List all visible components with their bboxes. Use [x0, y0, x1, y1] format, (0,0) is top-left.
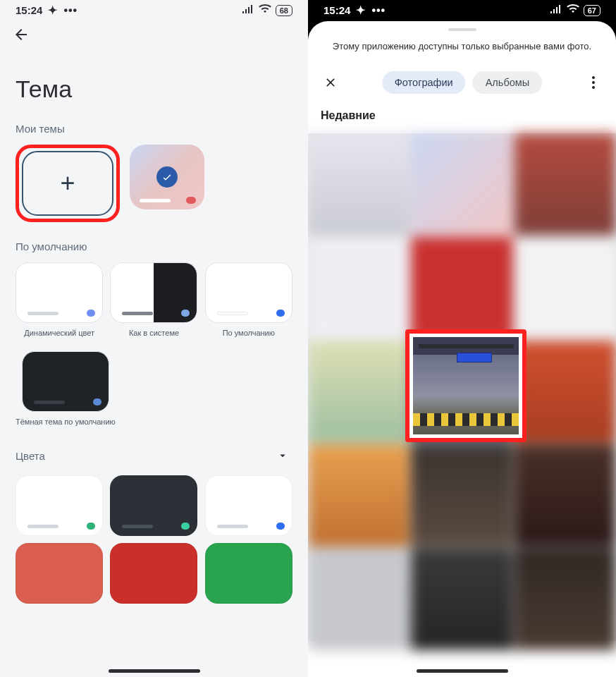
back-arrow-icon[interactable] [13, 26, 30, 43]
battery-indicator: 68 [276, 5, 292, 16]
theme-dark-default[interactable] [22, 351, 109, 412]
status-chat-icon: ✦ [356, 5, 366, 16]
svg-point-0 [592, 76, 595, 79]
section-defaults-label: По умолчанию [0, 240, 308, 262]
check-icon [156, 166, 178, 188]
photo-thumb[interactable] [411, 444, 512, 547]
photo-gallery [308, 133, 616, 641]
chevron-down-icon[interactable] [273, 446, 292, 465]
svg-point-1 [592, 81, 595, 84]
photo-thumb[interactable] [515, 548, 616, 650]
photo-thumb[interactable] [515, 237, 616, 339]
photo-thumb[interactable] [308, 341, 409, 443]
page-title: Тема [0, 47, 308, 123]
theme-strip-icon [140, 199, 171, 202]
phone-right-photo-picker: 15:24 ✦ ••• 67 Этому приложению доступны… [308, 0, 616, 677]
section-colors-label: Цвета [16, 450, 45, 462]
current-theme-card[interactable] [130, 145, 204, 209]
photo-thumb[interactable] [515, 444, 616, 547]
theme-dark-default-label: Тёмная тема по умолчанию [16, 417, 116, 426]
photo-thumb[interactable] [308, 548, 409, 650]
photo-thumb[interactable] [411, 237, 512, 339]
theme-default-label: По умолчанию [223, 329, 275, 337]
color-red[interactable] [110, 543, 197, 604]
photo-train-station [413, 337, 519, 434]
tab-albums[interactable]: Альбомы [473, 71, 542, 94]
theme-dynamic-label: Динамический цвет [24, 329, 94, 337]
photo-thumb[interactable] [308, 444, 409, 547]
plus-icon: + [60, 169, 75, 198]
theme-system[interactable] [110, 262, 197, 323]
highlight-selected-photo[interactable] [405, 329, 526, 442]
highlight-add-theme: + [16, 145, 120, 222]
photo-picker-sheet: Этому приложению доступны только выбранн… [308, 21, 616, 677]
photo-thumb[interactable] [308, 237, 409, 339]
section-my-themes-label: Мои темы [0, 123, 308, 145]
status-bar-right: 15:24 ✦ ••• 67 [308, 0, 616, 18]
theme-accent-dot [186, 197, 196, 204]
add-theme-button[interactable]: + [22, 151, 113, 216]
home-indicator[interactable] [417, 669, 508, 673]
battery-indicator: 67 [584, 5, 600, 16]
photo-thumb[interactable] [515, 133, 616, 236]
wifi-icon [259, 4, 271, 16]
status-more-icon: ••• [371, 5, 386, 16]
station-sign-icon [457, 353, 492, 362]
close-icon[interactable] [316, 68, 345, 97]
theme-default[interactable] [205, 262, 292, 323]
color-charcoal-teal[interactable] [110, 475, 197, 536]
color-white-blue[interactable] [205, 475, 292, 536]
recents-label: Недавние [308, 109, 616, 133]
status-time: 15:24 [16, 4, 42, 16]
photo-thumb[interactable] [515, 341, 616, 443]
battery-level: 68 [280, 6, 288, 15]
tab-photos[interactable]: Фотографии [382, 71, 466, 94]
color-green[interactable] [205, 543, 292, 604]
wifi-icon [567, 4, 579, 16]
status-more-icon: ••• [63, 5, 78, 16]
battery-level: 67 [588, 6, 596, 15]
photo-thumb[interactable] [308, 133, 409, 236]
sheet-grabber[interactable] [448, 28, 476, 31]
svg-point-2 [592, 86, 595, 89]
signal-icon [242, 4, 254, 16]
phone-left-theme-settings: 15:24 ✦ ••• 68 Тема Мои темы + [0, 0, 308, 677]
status-bar: 15:24 ✦ ••• 68 [0, 0, 308, 18]
limited-access-note: Этому приложению доступны только выбранн… [308, 41, 616, 68]
photo-thumb[interactable] [411, 548, 512, 650]
photo-thumb[interactable] [411, 133, 512, 236]
theme-system-label: Как в системе [129, 329, 179, 337]
color-white-green[interactable] [16, 475, 103, 536]
status-chat-icon: ✦ [48, 5, 58, 16]
theme-dynamic[interactable] [16, 262, 103, 323]
color-salmon[interactable] [16, 543, 103, 604]
status-time: 15:24 [324, 4, 350, 16]
signal-icon [550, 4, 562, 16]
more-menu-icon[interactable] [579, 68, 608, 97]
home-indicator[interactable] [109, 669, 200, 673]
